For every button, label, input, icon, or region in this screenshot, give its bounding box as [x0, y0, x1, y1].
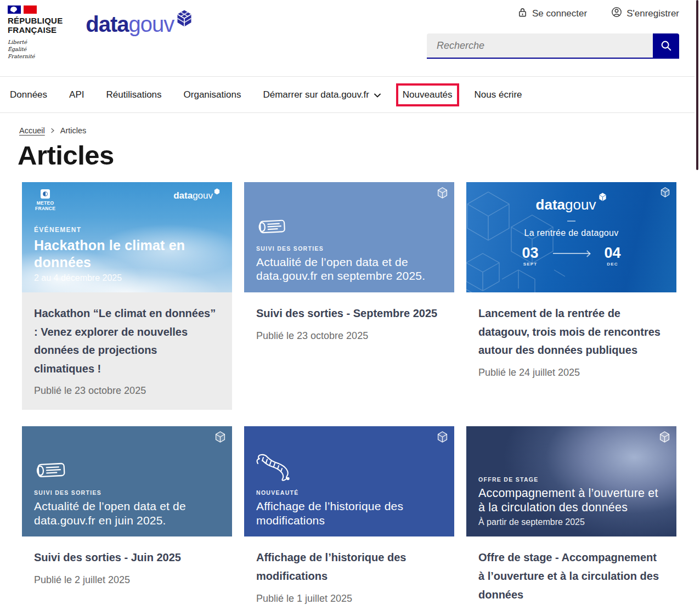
meteo-france-icon [43, 191, 48, 196]
image-heading: Actualité de l’open data et de data.gouv… [34, 499, 222, 527]
article-card-suivi-juin[interactable]: SUIVI DES SORTIES Actualité de l’open da… [22, 426, 232, 610]
search-icon [660, 39, 672, 53]
arrow-right-icon [553, 253, 590, 254]
nav-item-api[interactable]: API [69, 89, 84, 100]
image-heading: Affichage de l’historique des modificati… [256, 499, 444, 527]
article-title: Offre de stage - Accompagnement à l’ouve… [478, 549, 664, 604]
article-title: Affichage de l’historique des modificati… [256, 549, 442, 585]
date-end: 04 [605, 246, 621, 261]
nav-item-nous-ecrire[interactable]: Nous écrire [475, 89, 522, 100]
cube-icon [214, 188, 220, 195]
article-title: Suivi des sorties - Juin 2025 [34, 549, 220, 567]
chevron-down-icon [374, 89, 381, 100]
datagouv-white-logo: datagouv [173, 190, 220, 201]
article-date: Publié le 24 juillet 2025 [478, 367, 664, 379]
article-date: Publié le 2 juillet 2025 [34, 574, 220, 586]
article-thumbnail: NOUVEAUTÉ Affichage de l’historique des … [244, 426, 454, 536]
meteo-france-logo: METEO FRANCE [35, 189, 55, 211]
datagouv-logo[interactable]: datagouv [86, 13, 193, 35]
breadcrumb: Accueil Articles [19, 126, 678, 135]
nav-item-demarrer[interactable]: Démarrer sur data.gouv.fr [263, 89, 380, 100]
image-kicker: SUIVI DES SORTIES [34, 489, 222, 496]
search-input[interactable] [427, 33, 653, 59]
newspaper-icon [256, 216, 444, 240]
login-label: Se connecter [532, 8, 587, 19]
articles-grid: METEO FRANCE datagouv ÉVÉNEMENT Hackatho… [22, 182, 678, 610]
scrollbar-track[interactable] [695, 0, 700, 610]
cube-icon [659, 431, 670, 445]
image-heading: Accompagnement à l’ouverture et à la cir… [478, 486, 667, 515]
datagouv-logo-gouv: gouv [129, 12, 174, 36]
article-thumbnail: datagouv La rentrée de datagouv 03 SEPT … [466, 182, 676, 292]
newspaper-icon [34, 459, 222, 484]
article-card-offre-stage[interactable]: OFFRE DE STAGE Accompagnement à l’ouvert… [466, 426, 676, 610]
ribbon-history-icon [256, 452, 444, 484]
article-thumbnail: SUIVI DES SORTIES Actualité de l’open da… [244, 182, 454, 292]
divider [567, 221, 575, 222]
image-tagline: La rentrée de datagouv [466, 228, 676, 238]
marianne-motto: Liberté Égalité Fraternité [8, 38, 63, 60]
image-kicker: SUIVI DES SORTIES [256, 245, 444, 252]
image-kicker: NOUVEAUTÉ [256, 489, 444, 496]
image-heading: Hackathon le climat en données [34, 237, 222, 270]
marianne-flag-icon [8, 5, 63, 14]
image-kicker: OFFRE DE STAGE [478, 476, 667, 483]
search-bar [427, 33, 679, 59]
article-date: Publié le 23 octobre 2025 [34, 385, 220, 397]
nav-item-donnees[interactable]: Données [10, 89, 47, 100]
search-button[interactable] [653, 33, 679, 59]
datagouv-cube-icon [176, 9, 193, 31]
article-card-rentree[interactable]: datagouv La rentrée de datagouv 03 SEPT … [466, 182, 676, 410]
article-date: Publié le 23 octobre 2025 [256, 330, 442, 342]
article-date: Publié le 1 juillet 2025 [256, 593, 442, 605]
image-heading: Actualité de l’open data et de data.gouv… [256, 255, 444, 283]
nav-item-reutilisations[interactable]: Réutilisations [106, 89, 161, 100]
lock-icon [517, 7, 528, 20]
article-thumbnail: SUIVI DES SORTIES Actualité de l’open da… [22, 426, 232, 536]
cube-icon [437, 431, 448, 445]
date-start: 03 [522, 246, 538, 261]
breadcrumb-home-link[interactable]: Accueil [19, 126, 45, 135]
datagouv-logo-data: data [86, 12, 128, 36]
page-title: Articles [18, 140, 678, 171]
register-label: S'enregistrer [626, 8, 679, 19]
article-title: Hackathon “Le climat en données” : Venez… [34, 304, 220, 378]
image-kicker: ÉVÉNEMENT [34, 226, 222, 234]
image-subheading: 2 au 4 décembre 2025 [34, 273, 222, 283]
cube-icon [215, 431, 225, 445]
nav-item-nouveautes[interactable]: Nouveautés [403, 89, 453, 100]
main-nav: Données API Réutilisations Organisations… [0, 77, 700, 113]
article-title: Lancement de la rentrée de datagouv, tro… [478, 304, 664, 360]
nav-item-demarrer-label: Démarrer sur data.gouv.fr [263, 89, 369, 100]
main-content: Accueil Articles Articles METEO FRANCE d… [0, 113, 700, 610]
article-card-suivi-septembre[interactable]: SUIVI DES SORTIES Actualité de l’open da… [244, 182, 454, 410]
scrollbar-thumb[interactable] [696, 0, 698, 170]
login-link[interactable]: Se connecter [517, 7, 587, 20]
site-header: RÉPUBLIQUE FRANÇAISE Liberté Égalité Fra… [0, 0, 700, 77]
datagouv-white-logo: datagouv [536, 196, 607, 213]
cube-icon [437, 187, 448, 201]
article-thumbnail: METEO FRANCE datagouv ÉVÉNEMENT Hackatho… [22, 182, 232, 292]
article-title: Suivi des sorties - Septembre 2025 [256, 304, 442, 323]
marianne-name: RÉPUBLIQUE FRANÇAISE [8, 16, 63, 35]
breadcrumb-current: Articles [60, 126, 87, 135]
cube-icon [599, 193, 607, 201]
image-subheading: À partir de septembre 2025 [478, 517, 667, 527]
article-thumbnail: OFFRE DE STAGE Accompagnement à l’ouvert… [466, 426, 676, 536]
nouveautes-highlight-box: Nouveautés [396, 83, 459, 106]
breadcrumb-separator-icon [50, 126, 55, 135]
republique-francaise-logo[interactable]: RÉPUBLIQUE FRANÇAISE Liberté Égalité Fra… [8, 5, 63, 60]
nav-item-organisations[interactable]: Organisations [184, 89, 241, 100]
article-card-historique[interactable]: NOUVEAUTÉ Affichage de l’historique des … [244, 426, 454, 610]
article-card-hackathon[interactable]: METEO FRANCE datagouv ÉVÉNEMENT Hackatho… [22, 182, 232, 410]
register-link[interactable]: S'enregistrer [611, 7, 679, 20]
user-circle-icon [611, 7, 622, 20]
